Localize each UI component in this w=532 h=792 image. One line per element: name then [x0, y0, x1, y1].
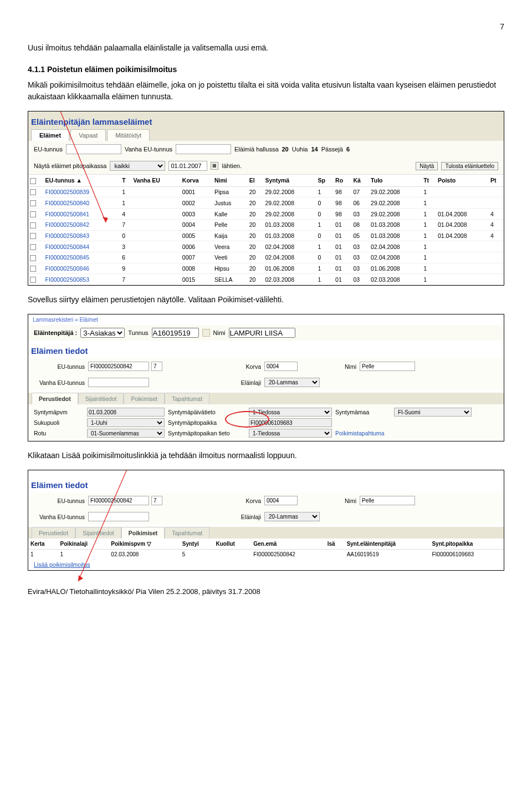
row-checkbox[interactable] [30, 255, 36, 261]
sppt-l: Syntymäpitopaikan tieto [168, 430, 245, 436]
col-header[interactable]: Gen.emä [251, 539, 325, 550]
tunnus-input[interactable] [152, 328, 199, 338]
tab-perustiedot[interactable]: Perustiedot [32, 393, 78, 404]
screenshot-1: Eläintenpitäjän lammaseläimet Eläimet Va… [28, 111, 504, 286]
korva-l: Korva [211, 363, 261, 370]
tab3-tapahtumat[interactable]: Tapahtumat [165, 527, 209, 539]
col-header[interactable]: Pt [489, 175, 504, 187]
row-checkbox[interactable] [30, 266, 36, 272]
eu-link[interactable]: FI000002500844 [45, 243, 89, 250]
hallussa-label: Eläimiä hallussa [234, 146, 278, 153]
owner-label: Eläintenpitäjä : [34, 329, 77, 336]
col-header[interactable]: Tt [422, 175, 436, 187]
owner-type-select[interactable]: 3-Asiakas [80, 328, 125, 338]
vanha-field[interactable] [88, 378, 149, 387]
col-header[interactable]: Kuollut [213, 539, 251, 550]
table-row: FI00000250084140003Kalle2029.02.20080980… [28, 209, 504, 220]
row-checkbox[interactable] [30, 200, 36, 206]
laji-select[interactable]: 20-Lammas [264, 378, 320, 387]
tulosta-button[interactable]: Tulosta eläinluettelo [441, 162, 498, 170]
nimi-l: Nimi [323, 363, 356, 370]
tab-poikimiset[interactable]: Poikimiset [124, 393, 165, 404]
vanha-eu-input[interactable] [176, 144, 231, 154]
eu-field3[interactable] [88, 496, 149, 505]
pitopaikka-select[interactable]: kaikki [110, 161, 165, 171]
tab-tapahtumat[interactable]: Tapahtumat [165, 393, 209, 404]
col-header[interactable]: Ro [334, 175, 351, 187]
col-header[interactable]: Poikinalaji [58, 539, 109, 550]
tab3-perustiedot[interactable]: Perustiedot [32, 527, 75, 539]
col-header[interactable]: T [120, 175, 131, 187]
lahtien-label: lähtien. [222, 163, 241, 169]
tab-elaimet[interactable]: Eläimet [31, 129, 69, 141]
rotu-select[interactable]: 01-Suomenlammas [87, 429, 165, 438]
nayta-button[interactable]: Näytä [416, 162, 438, 170]
col-header[interactable]: Poisto [436, 175, 489, 187]
eu-l3: EU-tunnus [35, 497, 85, 504]
table-row: FI00000250084300005Kaija2001.03.20080010… [28, 230, 504, 241]
poikimistapahtuma-link[interactable]: Poikimistapahtuma [335, 430, 391, 436]
row-checkbox[interactable] [30, 211, 36, 217]
col-header[interactable]: Syntyi [180, 539, 214, 550]
vanha-field3[interactable] [88, 512, 149, 521]
tab-bar: Eläimet Vapaat Mitätöidyt [28, 129, 504, 141]
col-header[interactable]: Kä [352, 175, 370, 187]
calendar-icon[interactable]: ▦ [211, 162, 218, 170]
table-row: FI00000250083910001Pipsa2029.02.20081980… [28, 186, 504, 197]
nimi-field[interactable] [360, 362, 415, 371]
col-header[interactable]: Synt.eläintenpitäjä [345, 539, 430, 550]
korva-field[interactable] [264, 362, 298, 371]
col-header[interactable]: Tulo [369, 175, 422, 187]
eu-link[interactable]: FI000002500843 [45, 232, 89, 239]
korva-field3[interactable] [264, 496, 298, 505]
row-checkbox[interactable] [30, 189, 36, 195]
eu-link[interactable]: FI000002500841 [45, 211, 89, 217]
suku-select[interactable]: 1-Uuhi [87, 418, 165, 427]
tab-vapaat[interactable]: Vapaat [70, 129, 106, 141]
row-checkbox[interactable] [30, 222, 36, 229]
col-header[interactable]: Sp [316, 175, 334, 187]
refresh-icon[interactable] [202, 329, 210, 337]
eu-link[interactable]: FI000002500839 [45, 189, 89, 195]
col-header[interactable]: Korva [181, 175, 213, 187]
col-header[interactable]: El [248, 175, 264, 187]
laji-select3[interactable]: 20-Lammas [264, 512, 320, 521]
eu-link[interactable]: FI000002500842 [45, 221, 89, 228]
col-header[interactable]: Poikimispvm ▽ [109, 539, 180, 550]
eu-field3b[interactable] [151, 496, 162, 505]
date-input[interactable] [168, 161, 207, 171]
col-header[interactable]: Kerta [28, 539, 58, 550]
nimi-field3[interactable] [360, 496, 415, 505]
eu-link[interactable]: FI000002500846 [45, 265, 89, 272]
col-header[interactable]: Synt.pitopaikka [429, 539, 504, 550]
col-header[interactable]: Nimi [213, 175, 248, 187]
page-number: 7 [28, 22, 504, 31]
row-checkbox[interactable] [30, 277, 36, 283]
eu-field-2[interactable] [151, 362, 162, 371]
tab3-poikimiset[interactable]: Poikimiset [121, 527, 165, 539]
add-poikimisilmoitus-link[interactable]: Lisää poikimisilmoitus [28, 559, 96, 570]
owner-row: Eläintenpitäjä : 3-Asiakas Tunnus Nimi [28, 325, 504, 341]
sppt-select[interactable]: 1-Tiedossa [249, 429, 332, 438]
details-grid: Syntymäpvm Syntymäpäivätieto 1-Tiedossa … [28, 404, 504, 441]
tab-mitatoidyt[interactable]: Mitätöidyt [107, 129, 150, 141]
col-header[interactable]: EU-tunnus ▲ [44, 175, 121, 187]
spt-select[interactable]: 1-Tiedossa [249, 408, 332, 417]
smaa-select[interactable]: FI-Suomi [394, 408, 472, 417]
sp-l: Syntymäpvm [34, 409, 84, 415]
row-checkbox[interactable] [30, 233, 36, 239]
eu-field[interactable] [88, 362, 149, 371]
eu-input[interactable] [66, 144, 121, 154]
vanha-eu-label: Vanha EU-tunnus [125, 146, 172, 153]
row-checkbox[interactable] [30, 244, 36, 250]
col-header[interactable]: Vanha EU [131, 175, 180, 187]
nimi-input[interactable] [229, 328, 295, 338]
passeja-count: 6 [346, 146, 350, 153]
tab3-sijaintitiedot[interactable]: Sijaintitiedot [75, 527, 121, 539]
col-header[interactable]: Syntymä [263, 175, 316, 187]
eu-link[interactable]: FI000002500840 [45, 200, 89, 206]
tab-sijaintitiedot[interactable]: Sijaintitiedot [78, 393, 124, 404]
eu-link[interactable]: FI000002500853 [45, 276, 89, 283]
col-header[interactable]: Isä [325, 539, 345, 550]
eu-link[interactable]: FI000002500845 [45, 254, 89, 261]
